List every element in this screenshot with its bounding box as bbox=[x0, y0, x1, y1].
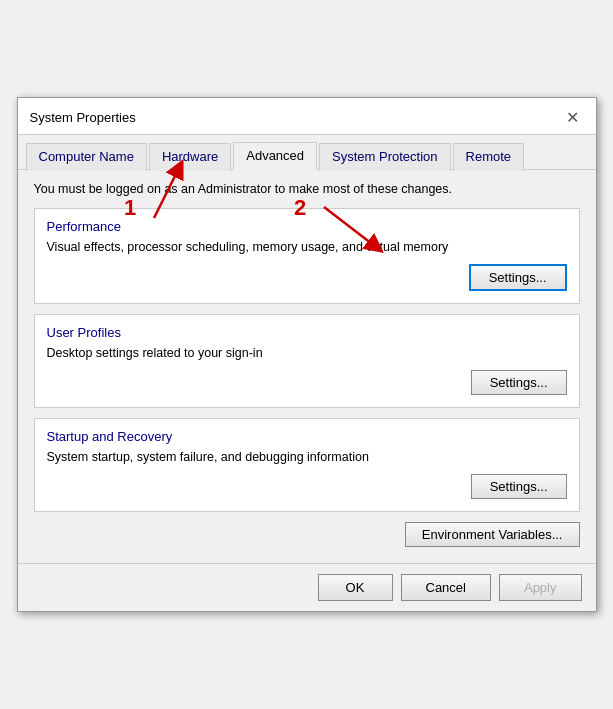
performance-section: Performance Visual effects, processor sc… bbox=[34, 208, 580, 304]
tab-bar: Computer Name Hardware Advanced System P… bbox=[18, 135, 596, 170]
admin-notice: You must be logged on as an Administrato… bbox=[34, 182, 580, 196]
performance-settings-button[interactable]: Settings... bbox=[469, 264, 567, 291]
tab-hardware[interactable]: Hardware bbox=[149, 143, 231, 171]
system-properties-dialog: System Properties ✕ Computer Name Hardwa… bbox=[17, 97, 597, 612]
startup-recovery-settings-button[interactable]: Settings... bbox=[471, 474, 567, 499]
environment-variables-button[interactable]: Environment Variables... bbox=[405, 522, 580, 547]
svg-text:2: 2 bbox=[294, 197, 306, 220]
bottom-bar: OK Cancel Apply bbox=[18, 563, 596, 611]
cancel-button[interactable]: Cancel bbox=[401, 574, 491, 601]
performance-settings-footer: 2 Settings... bbox=[47, 264, 567, 291]
tab-remote[interactable]: Remote bbox=[453, 143, 525, 171]
content-area: You must be logged on as an Administrato… bbox=[18, 170, 596, 563]
user-profiles-section: User Profiles Desktop settings related t… bbox=[34, 314, 580, 408]
startup-recovery-description: System startup, system failure, and debu… bbox=[47, 450, 567, 464]
user-profiles-settings-footer: Settings... bbox=[47, 370, 567, 395]
apply-button[interactable]: Apply bbox=[499, 574, 582, 601]
title-bar: System Properties ✕ bbox=[18, 98, 596, 135]
performance-description: Visual effects, processor scheduling, me… bbox=[47, 240, 567, 254]
tab-advanced[interactable]: Advanced bbox=[233, 142, 317, 170]
startup-recovery-settings-footer: Settings... bbox=[47, 474, 567, 499]
tab-system-protection[interactable]: System Protection bbox=[319, 143, 451, 171]
tab-computer-name[interactable]: Computer Name bbox=[26, 143, 147, 171]
ok-button[interactable]: OK bbox=[318, 574, 393, 601]
startup-recovery-section: Startup and Recovery System startup, sys… bbox=[34, 418, 580, 512]
performance-title: Performance bbox=[47, 219, 567, 234]
window-title: System Properties bbox=[30, 110, 136, 125]
user-profiles-title: User Profiles bbox=[47, 325, 567, 340]
close-button[interactable]: ✕ bbox=[562, 106, 584, 128]
user-profiles-settings-button[interactable]: Settings... bbox=[471, 370, 567, 395]
env-vars-row: Environment Variables... bbox=[34, 522, 580, 547]
startup-recovery-title: Startup and Recovery bbox=[47, 429, 567, 444]
user-profiles-description: Desktop settings related to your sign-in bbox=[47, 346, 567, 360]
